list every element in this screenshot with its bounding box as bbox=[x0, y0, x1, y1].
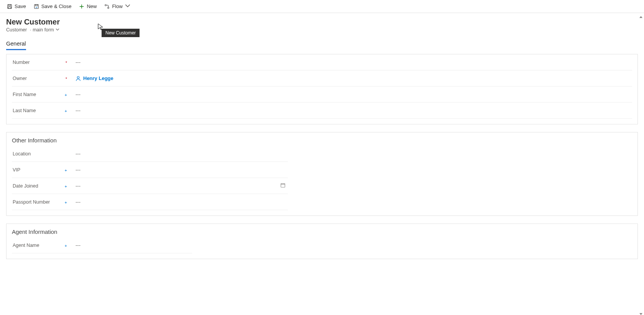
chevron-down-icon bbox=[56, 27, 59, 33]
field-label: Number * bbox=[12, 60, 69, 65]
form-area: Number * --- Owner * Henry Legge First N… bbox=[0, 50, 644, 274]
form-selector[interactable]: main form bbox=[33, 27, 59, 33]
recommended-mark-icon: + bbox=[65, 243, 67, 248]
vertical-scrollbar[interactable] bbox=[638, 13, 644, 315]
section-title: Other Information bbox=[7, 132, 637, 146]
save-label: Save bbox=[15, 3, 26, 9]
form-subtitle: Customer main form bbox=[6, 27, 638, 33]
save-button[interactable]: Save bbox=[3, 0, 30, 13]
svg-rect-1 bbox=[8, 4, 10, 6]
recommended-mark-icon: + bbox=[65, 109, 67, 113]
chevron-down-icon bbox=[125, 3, 130, 10]
section-agent-information: Agent Information Agent Name + --- bbox=[6, 224, 638, 259]
person-icon bbox=[76, 76, 81, 81]
recommended-mark-icon: + bbox=[65, 93, 67, 97]
svg-point-7 bbox=[77, 76, 79, 78]
section-general: Number * --- Owner * Henry Legge First N… bbox=[6, 54, 638, 124]
save-close-label: Save & Close bbox=[41, 3, 72, 9]
flow-icon bbox=[104, 4, 110, 9]
page-header: New Customer Customer main form bbox=[0, 13, 644, 35]
field-value[interactable]: --- bbox=[69, 167, 288, 173]
field-label: Owner * bbox=[12, 76, 69, 81]
save-close-button[interactable]: Save & Close bbox=[30, 0, 76, 13]
field-value[interactable]: --- bbox=[69, 151, 288, 157]
field-value[interactable]: --- bbox=[69, 108, 632, 113]
field-agent-name[interactable]: Agent Name + --- bbox=[12, 237, 192, 253]
field-last-name[interactable]: Last Name + --- bbox=[12, 103, 632, 119]
entity-name: Customer bbox=[6, 27, 33, 33]
svg-point-6 bbox=[108, 7, 109, 8]
tab-general[interactable]: General bbox=[6, 41, 26, 50]
field-value[interactable]: --- bbox=[69, 199, 288, 205]
required-mark-icon: * bbox=[66, 77, 67, 81]
field-value[interactable]: --- bbox=[69, 242, 192, 248]
scroll-down-icon[interactable] bbox=[639, 310, 643, 314]
field-passport-number[interactable]: Passport Number + --- bbox=[12, 194, 288, 210]
field-value[interactable]: --- bbox=[69, 183, 288, 189]
save-icon bbox=[7, 4, 12, 9]
field-label: Passport Number + bbox=[12, 199, 69, 205]
plus-icon bbox=[79, 4, 84, 9]
save-close-icon bbox=[34, 4, 39, 9]
field-label: First Name + bbox=[12, 92, 69, 97]
new-button[interactable]: New bbox=[75, 0, 100, 13]
field-label: Date Joined + bbox=[12, 183, 69, 189]
flow-label: Flow bbox=[112, 3, 122, 9]
owner-name: Henry Legge bbox=[83, 75, 113, 81]
field-value[interactable]: Henry Legge bbox=[69, 75, 632, 81]
new-label: New bbox=[87, 3, 97, 9]
section-other-information: Other Information Location --- VIP + ---… bbox=[6, 132, 638, 216]
form-name: main form bbox=[33, 27, 54, 33]
field-label: Agent Name + bbox=[12, 243, 69, 248]
svg-rect-8 bbox=[281, 184, 285, 188]
command-bar: Save Save & Close New Flow bbox=[0, 0, 644, 13]
field-value[interactable]: --- bbox=[69, 91, 632, 97]
calendar-icon[interactable] bbox=[280, 183, 286, 189]
field-first-name[interactable]: First Name + --- bbox=[12, 87, 632, 103]
field-owner[interactable]: Owner * Henry Legge bbox=[12, 70, 632, 87]
svg-rect-2 bbox=[8, 7, 11, 8]
svg-rect-4 bbox=[35, 4, 37, 6]
owner-lookup-chip[interactable]: Henry Legge bbox=[76, 75, 113, 81]
recommended-mark-icon: + bbox=[65, 168, 67, 173]
field-date-joined[interactable]: Date Joined + --- bbox=[12, 178, 288, 194]
recommended-mark-icon: + bbox=[65, 200, 67, 205]
flow-button[interactable]: Flow bbox=[100, 0, 134, 13]
field-vip[interactable]: VIP + --- bbox=[12, 162, 288, 178]
required-mark-icon: * bbox=[66, 60, 67, 65]
field-value[interactable]: --- bbox=[69, 59, 632, 65]
scroll-up-icon[interactable] bbox=[639, 14, 643, 18]
field-number[interactable]: Number * --- bbox=[12, 54, 632, 70]
tab-strip: General bbox=[0, 35, 644, 50]
field-label: Location bbox=[12, 151, 69, 157]
section-title: Agent Information bbox=[7, 224, 637, 237]
field-label: VIP + bbox=[12, 167, 69, 173]
recommended-mark-icon: + bbox=[65, 184, 67, 189]
page-title: New Customer bbox=[6, 18, 638, 26]
svg-point-5 bbox=[105, 4, 107, 6]
field-label: Last Name + bbox=[12, 108, 69, 113]
field-location[interactable]: Location --- bbox=[12, 146, 288, 162]
